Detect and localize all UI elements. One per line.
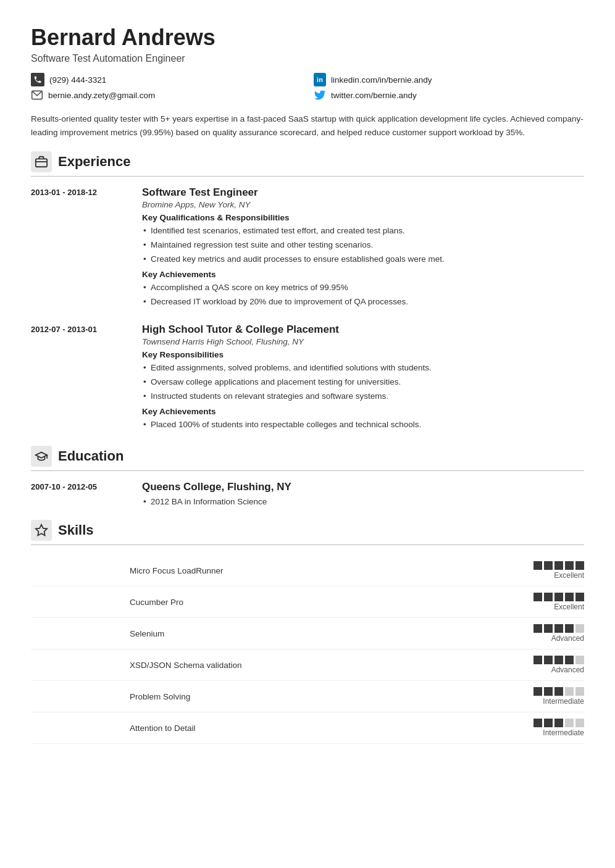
skill-dot-filled bbox=[533, 719, 542, 727]
email-icon bbox=[31, 89, 43, 101]
skill-rating: Advanced bbox=[533, 624, 584, 643]
experience-item: 2013-01 - 2018-12Software Test EngineerB… bbox=[31, 186, 584, 310]
skills-grid: Micro Focus LoadRunnerExcellentCucumber … bbox=[31, 555, 584, 744]
skill-dot-filled bbox=[554, 656, 563, 664]
skill-dots bbox=[533, 687, 584, 696]
skill-dot-filled bbox=[544, 656, 553, 664]
education-icon bbox=[31, 446, 52, 467]
skill-row: Cucumber ProExcellent bbox=[31, 586, 584, 618]
phone-number: (929) 444-3321 bbox=[49, 75, 106, 85]
skill-row: Problem SolvingIntermediate bbox=[31, 681, 584, 712]
exp-list: Placed 100% of students into respectable… bbox=[142, 419, 584, 432]
email-address: bernie.andy.zety@gmail.com bbox=[48, 91, 155, 100]
skill-rating: Intermediate bbox=[533, 687, 584, 706]
education-divider bbox=[31, 470, 584, 471]
job-title: Software Test Automation Engineer bbox=[31, 53, 584, 64]
skill-level-label: Advanced bbox=[551, 666, 584, 674]
skill-row: SeleniumAdvanced bbox=[31, 618, 584, 649]
skill-dot-filled bbox=[533, 561, 542, 570]
skill-dot-empty bbox=[575, 624, 584, 633]
skill-dot-empty bbox=[575, 656, 584, 664]
skill-dot-filled bbox=[554, 593, 563, 601]
exp-content: High School Tutor & College PlacementTow… bbox=[142, 323, 584, 433]
edu-details-list: 2012 BA in Information Science bbox=[142, 496, 584, 509]
skill-dot-filled bbox=[565, 593, 574, 601]
education-title: Education bbox=[58, 448, 123, 464]
linkedin-icon: in bbox=[314, 73, 326, 86]
skill-dot-filled bbox=[544, 624, 553, 633]
exp-sub-heading: Key Responsibilities bbox=[142, 350, 584, 359]
skill-dot-filled bbox=[565, 656, 574, 664]
skill-row: Micro Focus LoadRunnerExcellent bbox=[31, 555, 584, 586]
exp-company: Townsend Harris High School, Flushing, N… bbox=[142, 337, 584, 346]
experience-section-header: Experience bbox=[31, 151, 584, 172]
experience-item: 2012-07 - 2013-01High School Tutor & Col… bbox=[31, 323, 584, 433]
experience-icon bbox=[31, 151, 52, 172]
exp-list: Identified test scenarios, estimated tes… bbox=[142, 225, 584, 266]
skills-icon bbox=[31, 520, 52, 541]
exp-company: Bromine Apps, New York, NY bbox=[142, 200, 584, 209]
skill-dot-filled bbox=[554, 624, 563, 633]
skill-dot-empty bbox=[575, 719, 584, 727]
contact-section: (929) 444-3321 in linkedin.com/in/bernie… bbox=[31, 73, 584, 101]
education-list: 2007-10 - 2012-05Queens College, Flushin… bbox=[31, 481, 584, 510]
exp-sub-heading: Key Achievements bbox=[142, 270, 584, 279]
skill-level-label: Excellent bbox=[554, 571, 584, 580]
skill-dot-filled bbox=[533, 593, 542, 601]
skill-dot-filled bbox=[565, 561, 574, 570]
exp-dates: 2013-01 - 2018-12 bbox=[31, 186, 130, 310]
skill-name: Cucumber Pro bbox=[31, 598, 533, 607]
exp-list-item: Decreased IT workload by 20% due to impr… bbox=[142, 296, 584, 309]
skill-dots bbox=[533, 624, 584, 633]
exp-list: Edited assignments, solved problems, and… bbox=[142, 362, 584, 403]
phone-icon bbox=[31, 73, 44, 86]
experience-list: 2013-01 - 2018-12Software Test EngineerB… bbox=[31, 186, 584, 432]
skill-name: Attention to Detail bbox=[31, 724, 533, 733]
exp-list: Accomplished a QAS score on key metrics … bbox=[142, 282, 584, 309]
skill-dots bbox=[533, 656, 584, 664]
skill-level-label: Advanced bbox=[551, 634, 584, 643]
exp-list-item: Edited assignments, solved problems, and… bbox=[142, 362, 584, 375]
email-contact: bernie.andy.zety@gmail.com bbox=[31, 89, 301, 101]
skill-dot-filled bbox=[565, 624, 574, 633]
skill-rating: Intermediate bbox=[533, 719, 584, 737]
skill-name: Micro Focus LoadRunner bbox=[31, 566, 533, 575]
exp-list-item: Created key metrics and audit processes … bbox=[142, 253, 584, 266]
skill-dot-filled bbox=[544, 687, 553, 696]
linkedin-url: linkedin.com/in/bernie.andy bbox=[331, 75, 432, 85]
skill-dot-filled bbox=[554, 719, 563, 727]
education-item: 2007-10 - 2012-05Queens College, Flushin… bbox=[31, 481, 584, 510]
edu-dates: 2007-10 - 2012-05 bbox=[31, 481, 130, 510]
skill-dots bbox=[533, 719, 584, 727]
skill-row: XSD/JSON Schema validationAdvanced bbox=[31, 649, 584, 681]
exp-list-item: Oversaw college applications and placeme… bbox=[142, 376, 584, 389]
skill-dot-filled bbox=[533, 656, 542, 664]
skill-dot-empty bbox=[565, 687, 574, 696]
skills-section-header: Skills bbox=[31, 520, 584, 541]
twitter-contact: twitter.com/bernie.andy bbox=[314, 89, 584, 101]
skill-dot-filled bbox=[554, 561, 563, 570]
skill-dot-filled bbox=[544, 561, 553, 570]
exp-list-item: Instructed students on relevant strategi… bbox=[142, 390, 584, 403]
education-section-header: Education bbox=[31, 446, 584, 467]
edu-school: Queens College, Flushing, NY bbox=[142, 481, 584, 493]
skill-name: Problem Solving bbox=[31, 692, 533, 701]
edu-content: Queens College, Flushing, NY2012 BA in I… bbox=[142, 481, 584, 510]
summary-text: Results-oriented quality tester with 5+ … bbox=[31, 112, 584, 139]
skill-dot-filled bbox=[533, 624, 542, 633]
phone-contact: (929) 444-3321 bbox=[31, 73, 301, 86]
skills-divider bbox=[31, 545, 584, 545]
experience-divider bbox=[31, 176, 584, 177]
skill-rating: Advanced bbox=[533, 656, 584, 674]
exp-list-item: Identified test scenarios, estimated tes… bbox=[142, 225, 584, 238]
exp-dates: 2012-07 - 2013-01 bbox=[31, 323, 130, 433]
skill-dot-empty bbox=[565, 719, 574, 727]
twitter-url: twitter.com/bernie.andy bbox=[331, 91, 417, 100]
skill-name: Selenium bbox=[31, 629, 533, 638]
skill-dots bbox=[533, 593, 584, 601]
skills-title: Skills bbox=[58, 522, 93, 538]
exp-list-item: Accomplished a QAS score on key metrics … bbox=[142, 282, 584, 294]
skills-list: Micro Focus LoadRunnerExcellentCucumber … bbox=[31, 555, 584, 744]
skill-dot-filled bbox=[575, 561, 584, 570]
full-name: Bernard Andrews bbox=[31, 25, 584, 51]
